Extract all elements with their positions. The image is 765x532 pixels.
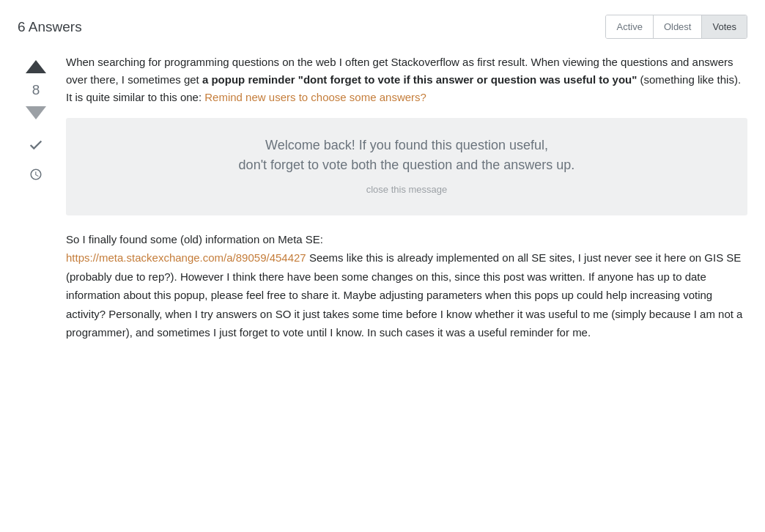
checkmark-icon [28,137,44,153]
answer-link-2[interactable]: https://meta.stackexchange.com/a/89059/4… [66,251,306,264]
sort-tab-votes[interactable]: Votes [702,15,747,38]
vote-count: 8 [32,83,40,97]
history-icon [29,168,42,181]
answers-header: 6 Answers Active Oldest Votes [18,15,747,39]
answer-link-1[interactable]: Remind new users to choose some answers? [204,91,426,103]
notification-box: Welcome back! If you found this question… [66,118,747,215]
sort-tabs: Active Oldest Votes [605,15,747,39]
answer-paragraph-2: So I finally found some (old) informatio… [66,230,747,342]
vote-down-button[interactable] [23,100,49,126]
answer-text-cont-2: Seems like this is already implemented o… [66,251,742,339]
answer-text-plain-2: So I finally found some (old) informatio… [66,233,323,245]
close-notification-button[interactable]: close this message [81,182,733,198]
notification-main-text: Welcome back! If you found this question… [81,136,733,175]
answers-title: 6 Answers [18,19,82,35]
answer-text-bold: a popup reminder "dont forget to vote if… [202,73,637,86]
downvote-arrow-icon [26,106,46,119]
sort-tab-oldest[interactable]: Oldest [654,15,703,38]
sort-tab-active[interactable]: Active [606,15,653,38]
answer-paragraph-1: When searching for programming questions… [66,53,747,106]
vote-cell: 8 [18,53,54,342]
upvote-arrow-icon [26,60,46,73]
answer-item: 8 When searching for programming questio… [18,53,747,342]
answers-section: 6 Answers Active Oldest Votes 8 [18,15,747,342]
accept-answer-button[interactable] [23,132,49,158]
edit-history-button[interactable] [23,161,49,188]
answer-body: When searching for programming questions… [66,53,747,342]
vote-up-button[interactable] [23,53,49,80]
